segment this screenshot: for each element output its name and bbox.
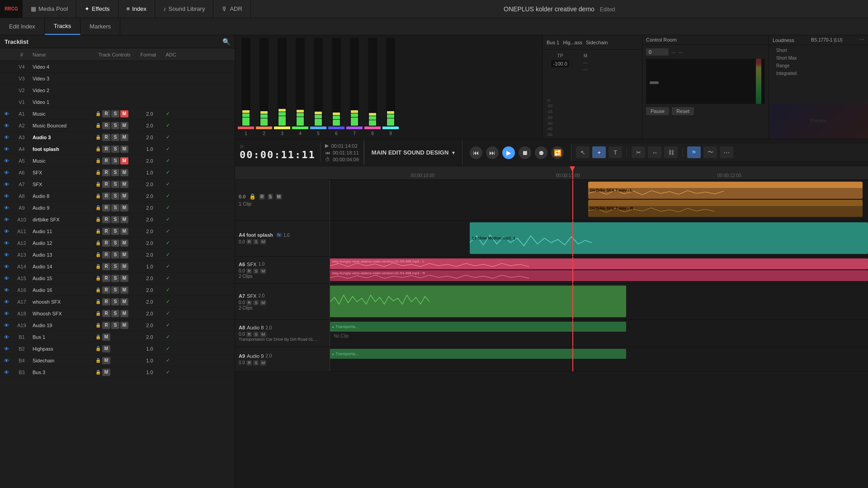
- eye-a8[interactable]: 👁: [0, 193, 13, 199]
- track-row-a7[interactable]: 👁 A7 SFX 🔒 R S M 2.0 ✓: [0, 178, 235, 190]
- eye-a14[interactable]: 👁: [0, 264, 13, 269]
- btn-r-a13[interactable]: R: [102, 251, 110, 258]
- tl-btn-m-a9[interactable]: M: [260, 360, 266, 366]
- eye-a11[interactable]: 👁: [0, 229, 13, 234]
- btn-s-a19[interactable]: S: [111, 322, 119, 329]
- clip-transport-a8[interactable]: ⬥ Transporta...: [330, 322, 626, 332]
- link-tool[interactable]: ⛓: [664, 146, 678, 158]
- eye-a13[interactable]: 👁: [0, 252, 13, 258]
- btn-r-a18[interactable]: R: [102, 310, 110, 317]
- fast-forward-button[interactable]: ⏭: [486, 146, 499, 159]
- btn-m-a19[interactable]: M: [120, 322, 128, 329]
- tl-btn-m-a6[interactable]: M: [260, 268, 266, 274]
- track-row-a8[interactable]: 👁 A8 Audio 8 🔒 R S M 2.0 ✓: [0, 190, 235, 202]
- tl-content-a9[interactable]: ⬥ Transporta...: [330, 347, 868, 371]
- btn-m-a8[interactable]: M: [120, 192, 128, 200]
- btn-m-a16[interactable]: M: [120, 286, 128, 294]
- track-row-a18[interactable]: 👁 A18 Whoosh SFX 🔒 R S M 2.0 ✓: [0, 308, 235, 319]
- btn-m-a3[interactable]: M: [120, 134, 128, 141]
- btn-m-a5[interactable]: M: [120, 157, 128, 164]
- tl-btn-s-a9[interactable]: S: [253, 360, 259, 366]
- wave-tool[interactable]: 〜: [703, 146, 717, 158]
- track-row-b4[interactable]: 👁 B4 Sidechain 🔒 M 1.0 ✓: [0, 355, 235, 366]
- nav-sound-library[interactable]: ♪ Sound Library: [155, 0, 213, 18]
- btn-m-a12[interactable]: M: [120, 239, 128, 247]
- eye-a2[interactable]: 👁: [0, 123, 13, 128]
- play-button[interactable]: ▶: [502, 146, 515, 159]
- tl-btn-m-a4[interactable]: M: [260, 239, 266, 244]
- more-button[interactable]: ⋯: [720, 146, 733, 158]
- tl-btn-r-a9[interactable]: R: [246, 360, 252, 366]
- clip-transport-a9[interactable]: ⬥ Transporta...: [330, 349, 626, 359]
- track-row-a11[interactable]: 👁 A11 Audio 11 🔒 R S M 2.0 ✓: [0, 225, 235, 237]
- btn-m-b2[interactable]: M: [102, 345, 110, 352]
- track-row-a14[interactable]: 👁 A14 Audio 14 🔒 R S M 1.0 ✓: [0, 261, 235, 272]
- eye-a5[interactable]: 👁: [0, 158, 13, 164]
- btn-m-b4[interactable]: M: [102, 357, 110, 364]
- eye-a17[interactable]: 👁: [0, 299, 13, 305]
- btn-m-a10[interactable]: M: [120, 216, 128, 223]
- tl-btn-s-a8[interactable]: S: [253, 332, 259, 337]
- loudness-more-icon[interactable]: ⋯: [859, 37, 864, 43]
- btn-r-a12[interactable]: R: [102, 239, 110, 247]
- track-row-a15[interactable]: 👁 A15 Audio 15 🔒 R S M 2.0 ✓: [0, 272, 235, 284]
- nav-index[interactable]: ≡ Index: [118, 0, 155, 18]
- eye-a10[interactable]: 👁: [0, 217, 13, 222]
- track-row-a13[interactable]: 👁 A13 Audio 13 🔒 R S M 2.0 ✓: [0, 249, 235, 261]
- track-row-a9[interactable]: 👁 A9 Audio 9 🔒 R S M 2.0 ✓: [0, 202, 235, 214]
- track-row-a1[interactable]: 👁 A1 Music 🔒 R S M 2.0 ✓: [0, 108, 235, 120]
- eye-b2[interactable]: 👁: [0, 346, 13, 352]
- clip-dirtbike-r[interactable]: Dirtbike SFX 7.wav - R: [588, 200, 863, 217]
- rewind-button[interactable]: ⏮: [470, 146, 482, 159]
- eye-a18[interactable]: 👁: [0, 311, 13, 316]
- eye-a16[interactable]: 👁: [0, 287, 13, 293]
- eye-b1[interactable]: 👁: [0, 334, 13, 340]
- btn-m-a14[interactable]: M: [120, 263, 128, 270]
- program-chevron-icon[interactable]: ▾: [452, 150, 455, 156]
- btn-s-a3[interactable]: S: [111, 134, 119, 141]
- eye-a1[interactable]: 👁: [0, 111, 13, 117]
- cursor-tool[interactable]: ↖: [576, 146, 590, 158]
- loop-button[interactable]: 🔁: [551, 146, 564, 159]
- cr-fader-value[interactable]: 0: [646, 48, 669, 56]
- nav-media-pool[interactable]: ▦ Media Pool: [23, 0, 76, 18]
- eye-a9[interactable]: 👁: [0, 205, 13, 211]
- clip-a7[interactable]: [330, 286, 626, 317]
- btn-r-a16[interactable]: R: [102, 286, 110, 294]
- btn-r-a7[interactable]: R: [102, 181, 110, 188]
- reset-button[interactable]: Reset: [672, 107, 694, 115]
- tl-content-a7[interactable]: [330, 284, 868, 319]
- eye-a12[interactable]: 👁: [0, 240, 13, 246]
- btn-s-a12[interactable]: S: [111, 239, 119, 247]
- btn-r-a9[interactable]: R: [102, 204, 110, 211]
- btn-s-a7[interactable]: S: [111, 181, 119, 188]
- btn-s-a14[interactable]: S: [111, 263, 119, 270]
- btn-r-a3[interactable]: R: [102, 134, 110, 141]
- track-row-a12[interactable]: 👁 A12 Audio 12 🔒 R S M 2.0 ✓: [0, 237, 235, 249]
- tl-content-a6[interactable]: stay-hungry-vens-adams-main-version-02-5…: [330, 257, 868, 283]
- track-row-a5[interactable]: 👁 A5 Music 🔒 R S M 2.0 ✓: [0, 155, 235, 167]
- flag-tool[interactable]: ⚑: [687, 146, 701, 158]
- eye-b4[interactable]: 👁: [0, 358, 13, 363]
- btn-m-b3[interactable]: M: [102, 369, 110, 376]
- btn-r-a4[interactable]: R: [102, 145, 110, 153]
- track-row-v4[interactable]: V4 Video 4: [0, 61, 235, 73]
- ripple-tool[interactable]: ↔: [648, 146, 661, 158]
- tl-btn-r-a6[interactable]: R: [246, 268, 252, 274]
- btn-m-a13[interactable]: M: [120, 251, 128, 258]
- btn-s-a11[interactable]: S: [111, 228, 119, 235]
- btn-s-a10[interactable]: S: [111, 216, 119, 223]
- text-tool[interactable]: T: [609, 146, 622, 158]
- btn-r-a8[interactable]: R: [102, 192, 110, 200]
- program-select[interactable]: MAIN EDIT SOUND DESIGN ▾: [364, 139, 462, 166]
- btn-r-a11[interactable]: R: [102, 228, 110, 235]
- track-row-b2[interactable]: 👁 B2 Highpass 🔒 M 1.0 ✓: [0, 343, 235, 355]
- track-row-a17[interactable]: 👁 A17 whoosh SFX 🔒 R S M 2.0 ✓: [0, 296, 235, 308]
- nav-adr[interactable]: 🎙 ADR: [213, 0, 250, 18]
- tab-markers[interactable]: Markers: [80, 18, 120, 35]
- btn-m-a7[interactable]: M: [120, 181, 128, 188]
- cut-tool[interactable]: ✂: [632, 146, 645, 158]
- eye-a7[interactable]: 👁: [0, 182, 13, 187]
- tl-btn-s-clips[interactable]: S: [268, 194, 274, 200]
- btn-s-a1[interactable]: S: [111, 110, 119, 117]
